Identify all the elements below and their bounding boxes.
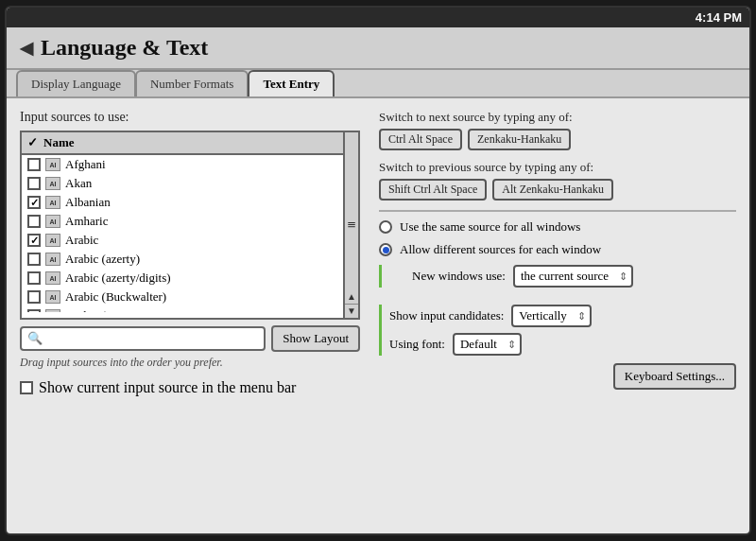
same-source-radio[interactable] bbox=[379, 220, 392, 234]
akan-label: Akan bbox=[65, 176, 92, 191]
arabic-azerty-digits-icon: AI bbox=[45, 271, 60, 285]
arabic-buckwalter-label: Arabic (Buckwalter) bbox=[65, 289, 166, 305]
switch-next-label: Switch to next source by typing any of: bbox=[379, 110, 736, 125]
show-candidates-dropdown[interactable]: Vertically bbox=[511, 305, 592, 327]
keyboard-settings-button[interactable]: Keyboard Settings... bbox=[613, 363, 736, 390]
right-panel: Switch to next source by typing any of: … bbox=[379, 110, 736, 514]
using-font-row: Using font: Default bbox=[389, 333, 736, 356]
arabic-lin-icon: AI bbox=[45, 309, 60, 312]
akan-icon: AI bbox=[45, 177, 60, 190]
header-name: Name bbox=[43, 135, 75, 150]
prev-shortcut-1[interactable]: Shift Ctrl Alt Space bbox=[379, 179, 487, 201]
show-candidates-label: Show input candidates: bbox=[389, 308, 504, 323]
akan-checkbox[interactable] bbox=[27, 177, 41, 190]
new-windows-section: New windows use: the current source bbox=[379, 265, 736, 288]
list-item: AI Akan bbox=[22, 174, 343, 193]
list-items: AI Afghani AI Akan AI Albanian bbox=[22, 155, 358, 312]
amharic-label: Amharic bbox=[65, 214, 108, 229]
search-row: Show Layout bbox=[20, 325, 360, 352]
afghani-checkbox[interactable] bbox=[27, 158, 41, 171]
tab-display-language[interactable]: Display Language bbox=[16, 70, 136, 96]
list-item: AI Amharic bbox=[22, 212, 343, 231]
show-menu-bar-row: Show current input source in the menu ba… bbox=[20, 379, 360, 396]
albanian-checkbox[interactable] bbox=[27, 196, 41, 209]
list-item: AI Arabic bbox=[22, 231, 343, 250]
arabic-icon: AI bbox=[45, 234, 60, 247]
list-item: AI Arabic (Lin... bbox=[22, 306, 343, 312]
arabic-label: Arabic bbox=[65, 233, 98, 248]
scroll-down-arrow[interactable]: ▼ bbox=[345, 305, 358, 318]
clock: 4:14 PM bbox=[696, 10, 742, 25]
input-sources-label: Input sources to use: bbox=[20, 110, 360, 125]
new-windows-value: the current source bbox=[521, 269, 609, 284]
afghani-icon: AI bbox=[45, 158, 60, 171]
arabic-lin-checkbox[interactable] bbox=[27, 309, 41, 312]
arabic-lin-label: Arabic (Lin... bbox=[65, 308, 132, 312]
arabic-buckwalter-icon: AI bbox=[45, 290, 60, 304]
new-windows-row: New windows use: the current source bbox=[412, 265, 736, 288]
amharic-checkbox[interactable] bbox=[27, 215, 41, 228]
sources-list: ✓ Name ≡ AI Afghani AI bbox=[20, 131, 360, 320]
show-menu-bar-label: Show current input source in the menu ba… bbox=[39, 379, 296, 396]
list-item: AI Albanian bbox=[22, 193, 343, 212]
tabs-bar: Display Language Number Formats Text Ent… bbox=[7, 70, 749, 98]
same-source-row: Use the same source for all windows bbox=[379, 219, 736, 235]
same-source-label: Use the same source for all windows bbox=[400, 219, 580, 235]
next-shortcuts-row: Ctrl Alt Space Zenkaku-Hankaku bbox=[379, 129, 736, 150]
title-bar: 4:14 PM bbox=[7, 8, 749, 27]
diff-source-label: Allow different sources for each window bbox=[400, 242, 601, 257]
new-windows-label: New windows use: bbox=[412, 269, 506, 284]
using-font-dropdown[interactable]: Default bbox=[453, 333, 522, 356]
drag-hint: Drag input sources into the order you pr… bbox=[20, 356, 360, 370]
input-candidates-row: Show input candidates: Vertically bbox=[389, 305, 736, 327]
arabic-buckwalter-checkbox[interactable] bbox=[27, 290, 41, 304]
diff-source-row: Allow different sources for each window bbox=[379, 242, 736, 257]
tab-text-entry[interactable]: Text Entry bbox=[248, 70, 335, 96]
arabic-azerty-checkbox[interactable] bbox=[27, 253, 41, 266]
list-header: ✓ Name bbox=[22, 132, 358, 155]
show-candidates-value: Vertically bbox=[519, 308, 567, 323]
divider bbox=[379, 210, 736, 212]
using-font-label: Using font: bbox=[389, 337, 445, 352]
header-checkmark: ✓ bbox=[27, 135, 38, 150]
arabic-checkbox[interactable] bbox=[27, 234, 41, 247]
window-header: ◀ Language & Text bbox=[7, 27, 749, 70]
arabic-azerty-digits-label: Arabic (azerty/digits) bbox=[65, 270, 171, 286]
next-shortcut-2[interactable]: Zenkaku-Hankaku bbox=[468, 129, 571, 150]
diff-source-radio[interactable] bbox=[379, 243, 392, 256]
switch-prev-label: Switch to previous source by typing any … bbox=[379, 160, 736, 175]
amharic-icon: AI bbox=[45, 215, 60, 228]
show-menu-bar-checkbox[interactable] bbox=[20, 381, 33, 394]
candidates-section: Show input candidates: Vertically Using … bbox=[379, 305, 736, 356]
next-shortcut-1[interactable]: Ctrl Alt Space bbox=[379, 129, 462, 150]
left-panel: Input sources to use: ✓ Name ≡ AI Afgha bbox=[20, 110, 360, 514]
albanian-label: Albanian bbox=[65, 195, 111, 210]
using-font-value: Default bbox=[460, 337, 497, 352]
arabic-azerty-icon: AI bbox=[45, 253, 60, 266]
window-title: Language & Text bbox=[41, 35, 208, 61]
prev-shortcuts-row: Shift Ctrl Alt Space Alt Zenkaku-Hankaku bbox=[379, 179, 736, 201]
back-arrow-icon[interactable]: ◀ bbox=[20, 38, 33, 59]
search-input[interactable] bbox=[20, 326, 266, 351]
prev-shortcut-2[interactable]: Alt Zenkaku-Hankaku bbox=[492, 179, 613, 201]
content-area: Input sources to use: ✓ Name ≡ AI Afgha bbox=[7, 98, 749, 525]
list-item: AI Arabic (azerty/digits) bbox=[22, 269, 343, 288]
arabic-azerty-label: Arabic (azerty) bbox=[65, 252, 140, 267]
list-item: AI Afghani bbox=[22, 155, 343, 174]
tab-number-formats[interactable]: Number Formats bbox=[135, 70, 249, 96]
new-windows-dropdown[interactable]: the current source bbox=[513, 265, 633, 288]
show-layout-button[interactable]: Show Layout bbox=[271, 325, 360, 352]
list-item: AI Arabic (azerty) bbox=[22, 250, 343, 269]
arabic-azerty-digits-checkbox[interactable] bbox=[27, 271, 41, 285]
afghani-label: Afghani bbox=[65, 157, 106, 172]
scroll-up-arrow[interactable]: ▲ bbox=[345, 290, 358, 305]
albanian-icon: AI bbox=[45, 196, 60, 209]
scroll-bar-icon: ≡ bbox=[347, 217, 355, 234]
list-item: AI Arabic (Buckwalter) bbox=[22, 288, 343, 306]
